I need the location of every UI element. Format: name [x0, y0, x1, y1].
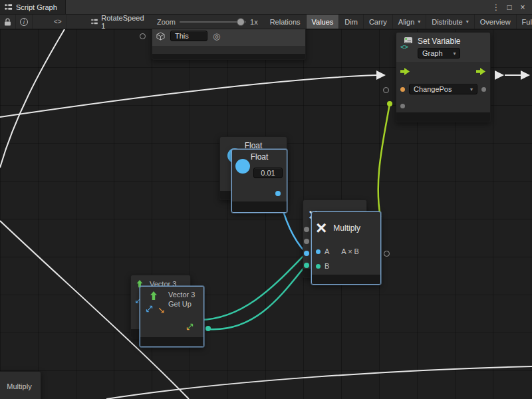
- values-button[interactable]: Values: [307, 15, 340, 29]
- node-footer: [396, 112, 490, 122]
- tab-script-graph[interactable]: Script Graph: [0, 0, 66, 14]
- set-variable-icon: <>: [400, 37, 414, 50]
- graph-canvas[interactable]: This ◎ <> Set Variable Gra: [0, 29, 532, 399]
- flow-out-port[interactable]: [476, 68, 486, 75]
- float-output-port[interactable]: [275, 191, 281, 196]
- flow-arrowhead-out: [495, 70, 504, 80]
- set-variable-node[interactable]: <> Set Variable Graph ▾: [396, 32, 491, 122]
- value-input-port[interactable]: [400, 104, 405, 108]
- dim-button[interactable]: Dim: [339, 15, 364, 29]
- code-icon: <>: [54, 18, 62, 25]
- graph-icon: [4, 3, 13, 11]
- lock-icon: [4, 18, 11, 26]
- flow-arrowhead-edge: [521, 70, 530, 80]
- zoom-slider-track: [180, 21, 246, 23]
- set-variable-title: Set Variable: [418, 37, 460, 46]
- zoom-value: 1x: [250, 18, 258, 26]
- chevron-down-icon: ▾: [418, 19, 420, 25]
- distribute-button[interactable]: Distribute▾: [426, 15, 474, 29]
- variable-scope-dropdown[interactable]: Graph ▾: [418, 48, 460, 59]
- toolbar-button-group: Relations Values Dim Carry Align▾ Distri…: [265, 15, 532, 29]
- multiply-back-input-a[interactable]: [304, 251, 309, 256]
- multiply-title: Multiply: [333, 223, 360, 233]
- close-icon[interactable]: ×: [517, 3, 528, 12]
- this-object-field[interactable]: This: [170, 31, 207, 41]
- wire-lime-multiply-to-setvariable[interactable]: [378, 104, 390, 217]
- setvariable-input-ring[interactable]: [383, 87, 389, 93]
- float-icon: [235, 159, 250, 174]
- this-node[interactable]: This ◎: [152, 29, 306, 60]
- multiply-node[interactable]: × Multiply A A × B B: [311, 211, 381, 285]
- float-node[interactable]: Float 0.01: [231, 149, 287, 213]
- arrow-up-icon: [148, 291, 159, 301]
- cube-icon: [156, 32, 165, 41]
- flow-arrowhead-in: [376, 70, 386, 80]
- multiply-input-a-port[interactable]: [316, 249, 321, 254]
- wire-teal-vector-to-multiply-b[interactable]: [209, 266, 305, 329]
- multiply-back-port-2[interactable]: [304, 239, 309, 244]
- chevron-down-icon: ▾: [466, 19, 469, 25]
- multiply-node-corner[interactable]: Multiply: [0, 371, 41, 399]
- svg-text:<>: <>: [400, 43, 408, 50]
- overview-button[interactable]: Overview: [475, 15, 517, 29]
- diagonal-arrows-small-icon: [186, 323, 194, 331]
- maximize-icon[interactable]: □: [504, 3, 515, 12]
- variable-name-port[interactable]: [400, 87, 405, 92]
- fullscreen-button[interactable]: Full Screen: [517, 15, 532, 29]
- info-button[interactable]: i: [16, 15, 33, 29]
- kebab-menu-icon[interactable]: ⋮: [491, 3, 501, 12]
- multiply-input-b-port[interactable]: [316, 264, 321, 269]
- titlebar: Script Graph ⋮ □ ×: [0, 0, 532, 15]
- titlebar-spacer: [66, 0, 491, 14]
- wire-white-to-setvariable[interactable]: [0, 75, 376, 117]
- graph-asset-icon: [90, 17, 98, 26]
- wire-white-topleft[interactable]: [0, 29, 65, 168]
- object-picker-icon[interactable]: ◎: [213, 32, 220, 41]
- carry-button[interactable]: Carry: [364, 15, 393, 29]
- this-node-port-ring[interactable]: [140, 33, 146, 39]
- multiply-back-port-1[interactable]: [304, 227, 309, 232]
- arrow-down-right-icon: [158, 307, 166, 315]
- diagonal-arrows-icon: [145, 305, 154, 313]
- multiply-output-ring[interactable]: [384, 251, 390, 257]
- wire-teal-vector-to-multiply-a[interactable]: [200, 255, 305, 320]
- zoom-slider[interactable]: [180, 15, 246, 29]
- zoom-label: Zoom: [157, 18, 176, 26]
- graph-toolbar: i <> RotateSpeed 1 Zoom 1x Relations Val…: [0, 15, 532, 29]
- variable-out-port[interactable]: [481, 87, 486, 92]
- relations-button[interactable]: Relations: [265, 15, 307, 29]
- info-icon: i: [20, 18, 28, 26]
- chevron-down-icon: ▾: [453, 51, 456, 57]
- float-value-field[interactable]: 0.01: [253, 168, 283, 178]
- node-footer: [152, 54, 305, 59]
- zoom-slider-handle[interactable]: [237, 18, 245, 26]
- tab-label: Script Graph: [16, 3, 57, 11]
- vector3-subtitle: Get Up: [168, 300, 195, 308]
- multiply-back-input-b[interactable]: [304, 263, 309, 268]
- node-footer: [232, 201, 287, 212]
- node-footer: [312, 275, 380, 284]
- zoom-control: Zoom 1x: [152, 15, 263, 29]
- breadcrumb[interactable]: RotateSpeed 1: [84, 15, 152, 29]
- flow-in-port[interactable]: [400, 68, 410, 75]
- multiply-icon: ×: [316, 219, 327, 237]
- variable-name-dropdown[interactable]: ChangePos ▾: [409, 84, 477, 94]
- align-button[interactable]: Align▾: [393, 15, 426, 29]
- vector3-get-up-node[interactable]: Vector 3 Get Up: [140, 286, 204, 347]
- float-title: Float: [251, 152, 269, 162]
- vector3-output-port[interactable]: [205, 326, 211, 331]
- code-preview-button[interactable]: <>: [50, 15, 66, 29]
- vector3-title: Vector 3: [168, 291, 195, 299]
- breadcrumb-label: RotateSpeed 1: [101, 15, 145, 29]
- node-footer: [140, 337, 203, 346]
- lock-button[interactable]: [0, 15, 16, 29]
- chevron-down-icon: ▾: [470, 86, 473, 92]
- wire-white-bottom[interactable]: [106, 366, 532, 399]
- setvariable-value-port[interactable]: [387, 101, 392, 106]
- unity-script-graph-window: Script Graph ⋮ □ × i <> Ro: [0, 0, 532, 399]
